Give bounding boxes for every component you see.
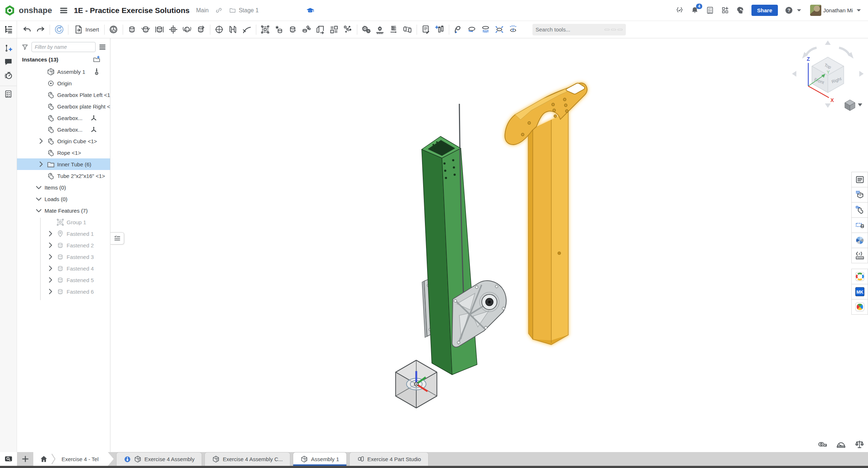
toolbar-button[interactable] (401, 23, 414, 37)
mate-feature-row[interactable]: Fastened 5 (17, 274, 110, 286)
rail-button[interactable] (0, 55, 17, 69)
chevron-right-icon[interactable] (47, 288, 54, 295)
toolbar-button[interactable] (52, 23, 66, 37)
chevron-right-icon[interactable] (37, 137, 45, 145)
right-panel-button[interactable] (851, 172, 868, 187)
filter-icon[interactable] (21, 43, 29, 51)
toolbar-button[interactable] (506, 23, 520, 37)
tasks-icon[interactable] (706, 6, 714, 14)
folder-breadcrumb[interactable]: Exercise 4 - Tel (33, 452, 114, 466)
ai-advisor-icon[interactable] (736, 6, 745, 14)
learning-center-icon[interactable] (306, 6, 315, 15)
tree-row[interactable]: Assembly 1 (17, 66, 110, 77)
section-row[interactable]: Loads (0) (17, 193, 110, 205)
tree-row[interactable]: Tube 2"x2"x16" <1> (17, 170, 110, 182)
share-button[interactable]: Share (751, 5, 778, 16)
chevron-right-icon[interactable] (47, 276, 54, 284)
toolbar-button[interactable] (226, 23, 240, 37)
toolbar-button[interactable]: Insert (71, 23, 102, 37)
user-menu[interactable]: Jonathan Mi (810, 5, 863, 16)
chevron-right-icon[interactable] (47, 242, 54, 249)
share-link-icon[interactable] (215, 7, 223, 14)
origin-cube-part[interactable] (396, 360, 437, 408)
chevron-right-icon[interactable] (47, 253, 54, 260)
toolbar-button[interactable] (240, 23, 254, 37)
toolbar-button[interactable] (286, 23, 300, 37)
onshape-logo-icon[interactable] (4, 4, 16, 17)
toolbar-button[interactable] (419, 23, 433, 37)
toolbar-button[interactable] (258, 23, 272, 37)
canvas-3d[interactable]: Top Front Right Z Y X (0, 0, 868, 468)
home-icon[interactable] (40, 455, 48, 463)
toolbar-button[interactable] (479, 23, 493, 37)
toolbar-button[interactable] (153, 23, 167, 37)
document-tab[interactable]: Exercise 4 Part Studio (349, 452, 429, 466)
toolbar-button[interactable] (433, 23, 447, 37)
toolbar-button[interactable] (180, 23, 194, 37)
toolbar-button[interactable] (107, 23, 121, 37)
toolbar-button[interactable] (387, 23, 401, 37)
tree-row[interactable]: Origin (17, 77, 110, 89)
toolbar-button[interactable] (272, 23, 286, 37)
tree-row[interactable]: Inner Tube (6) (17, 158, 110, 170)
tree-row[interactable]: Gearbox... (17, 112, 110, 124)
right-panel-button[interactable] (851, 233, 868, 248)
document-tab[interactable]: Exercise 4 Assembly C... (205, 452, 290, 466)
toolbar-button[interactable] (493, 23, 506, 37)
toolbar-button[interactable] (373, 23, 387, 37)
features-list-flyout-button[interactable] (110, 232, 124, 244)
tree-row[interactable]: Rope <1> (17, 147, 110, 158)
right-panel-button[interactable] (851, 217, 868, 233)
search-tools[interactable]: Search tools... (532, 24, 626, 35)
document-tab[interactable]: Exercise 4 Assembly (116, 452, 202, 466)
new-tab-button[interactable] (17, 452, 33, 466)
tree-row[interactable]: Origin Cube <1> (17, 135, 110, 147)
right-panel-button[interactable] (851, 187, 868, 203)
toolbar-button[interactable] (20, 23, 34, 37)
chevron-down-icon[interactable] (35, 195, 42, 203)
toolbar-button[interactable] (212, 23, 226, 37)
toolbar-button[interactable] (341, 23, 355, 37)
mate-feature-row[interactable]: Fastened 4 (17, 263, 110, 274)
chevron-right-icon[interactable] (47, 265, 54, 272)
view-cube[interactable]: Top Front Right Z Y X (792, 41, 864, 111)
add-folder-icon[interactable] (93, 55, 101, 63)
tab-manager-button[interactable] (0, 452, 17, 466)
notifications-button[interactable]: 4 (691, 6, 699, 14)
tree-row[interactable]: Gearbox... (17, 124, 110, 135)
mate-feature-row[interactable]: Fastened 1 (17, 228, 110, 239)
chevron-right-icon[interactable] (47, 230, 54, 237)
mate-feature-row[interactable]: Group 1 (17, 216, 110, 228)
chevron-right-icon[interactable] (37, 161, 45, 168)
toolbar-button[interactable] (125, 23, 139, 37)
right-panel-button[interactable]: MK (851, 284, 868, 299)
toolbar-button[interactable] (34, 23, 47, 37)
filter-input[interactable] (31, 42, 96, 52)
document-tab[interactable]: Assembly 1 (293, 452, 347, 466)
toolbar-button[interactable] (139, 23, 153, 37)
toolbar-button[interactable] (327, 23, 341, 37)
toolbar-button[interactable] (359, 23, 373, 37)
inner-tube-part[interactable] (505, 83, 587, 345)
right-panel-button[interactable] (851, 299, 868, 315)
section-row[interactable]: Items (0) (17, 182, 110, 193)
right-panel-button[interactable] (851, 202, 868, 218)
toolbar-button[interactable] (313, 23, 327, 37)
tree-row[interactable]: Gearbox plate Right <1> (17, 101, 110, 112)
help-menu[interactable]: ? (785, 6, 803, 14)
section-row[interactable]: Mate Features (7) (17, 205, 110, 216)
measure-tool-button[interactable] (855, 439, 864, 449)
mate-feature-row[interactable]: Fastened 6 (17, 286, 110, 297)
version-crumb[interactable]: Stage 1 (229, 7, 258, 14)
toolbar-button[interactable] (465, 23, 479, 37)
chevron-down-icon[interactable] (35, 184, 42, 191)
toolbar-button[interactable] (451, 23, 465, 37)
right-panel-button[interactable] (851, 269, 868, 284)
mate-feature-row[interactable]: Fastened 2 (17, 239, 110, 251)
rail-button[interactable] (0, 41, 17, 55)
measure-tool-button[interactable] (818, 439, 827, 449)
feature-scripts-icon[interactable] (675, 6, 684, 14)
apps-icon[interactable] (721, 6, 729, 14)
rail-button[interactable] (0, 86, 17, 99)
rail-button[interactable] (0, 69, 17, 82)
